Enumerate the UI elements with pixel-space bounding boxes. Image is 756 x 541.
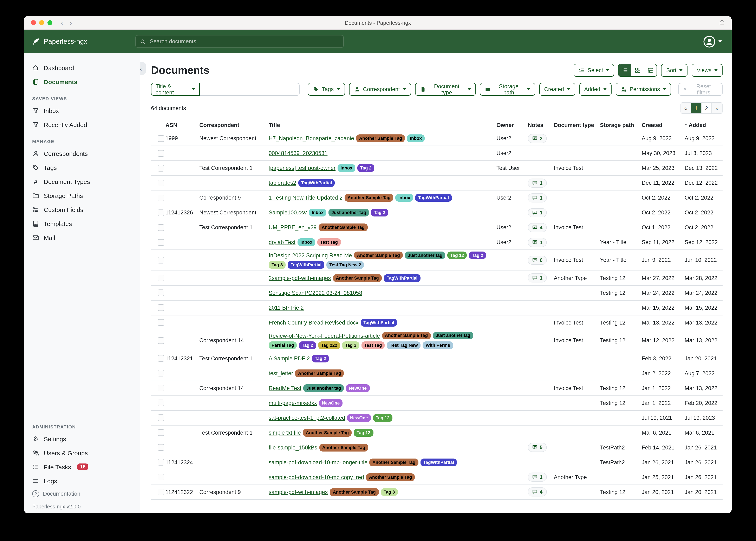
document-link[interactable]: file-sample_150kBs (269, 444, 317, 451)
tag-pill[interactable]: Partial Tag (269, 342, 297, 349)
document-type-cell[interactable]: Invoice Test (554, 257, 600, 263)
document-link[interactable]: sample-pdf-download-10-mb-longer-title (269, 459, 367, 465)
tag-pill[interactable]: Tag 12 (354, 429, 373, 436)
document-link[interactable]: 2011 BP Pie 2 (269, 305, 304, 311)
row-checkbox[interactable] (158, 224, 164, 231)
search-box[interactable] (135, 35, 344, 48)
row-checkbox[interactable] (158, 385, 164, 391)
tag-pill[interactable]: Tag 12 (373, 414, 392, 422)
row-checkbox[interactable] (158, 400, 164, 406)
notes-badge[interactable]: 4 (528, 223, 547, 232)
row-checkbox[interactable] (158, 239, 164, 246)
tag-pill[interactable]: Tag 2 (312, 355, 329, 362)
view-grid-toggle[interactable] (632, 64, 644, 76)
tags-filter-button[interactable]: Tags (308, 83, 345, 96)
header-notes[interactable]: Notes (528, 122, 554, 128)
tag-pill[interactable]: Test Tag New (387, 342, 421, 349)
document-link[interactable]: simple txt file (269, 430, 301, 436)
sidebar-item-inbox[interactable]: Inbox (24, 104, 140, 118)
notes-badge[interactable]: 2 (528, 134, 547, 143)
row-checkbox[interactable] (158, 209, 164, 216)
tag-pill[interactable]: Another Sample Tag (319, 224, 367, 231)
document-type-cell[interactable]: Invoice Test (554, 224, 600, 231)
row-checkbox[interactable] (158, 355, 164, 362)
zoom-window-button[interactable] (47, 20, 52, 25)
document-type-filter-button[interactable]: Document type (415, 83, 476, 96)
tag-pill[interactable]: Tag 12 (447, 252, 467, 259)
tag-pill[interactable]: Tag 2 (469, 252, 486, 259)
tag-pill[interactable]: Inbox (407, 135, 425, 142)
tag-pill[interactable]: NewOne (347, 414, 371, 422)
notes-badge[interactable]: 1 (528, 208, 547, 217)
tag-pill[interactable]: Tag 3 (269, 261, 286, 269)
tag-pill[interactable]: Another Sample Tag (330, 488, 379, 496)
tag-pill[interactable]: With Perms (423, 342, 453, 349)
documentation-link[interactable]: ?Documentation (24, 488, 140, 500)
tag-pill[interactable]: Another Sample Tag (382, 332, 431, 339)
tag-pill[interactable]: TagWithPartial (298, 179, 335, 187)
document-type-cell[interactable]: Invoice Test (554, 319, 600, 326)
storage-path-cell[interactable]: Testing 12 (600, 489, 642, 495)
sidebar-item-users-groups[interactable]: Users & Groups (24, 446, 140, 460)
pagination-page-2[interactable]: 2 (702, 103, 712, 113)
sidebar-item-storage-paths[interactable]: Storage Paths (24, 189, 140, 203)
document-type-cell[interactable]: Invoice Test (554, 385, 600, 391)
tag-pill[interactable]: Another Sample Tag (295, 369, 344, 377)
view-cards-toggle[interactable] (644, 64, 657, 76)
sort-button[interactable]: Sort (661, 64, 688, 77)
storage-path-filter-button[interactable]: Storage path (480, 83, 535, 96)
header-added[interactable]: ↑Added (685, 122, 723, 128)
document-link[interactable]: test_letter (269, 370, 293, 376)
document-link[interactable]: tablerates2 (269, 180, 296, 186)
tag-pill[interactable]: Inbox (298, 239, 315, 246)
share-icon[interactable] (719, 19, 725, 26)
sidebar-collapse-button[interactable]: « (140, 62, 146, 75)
notes-badge[interactable]: 4 (528, 488, 547, 497)
document-link[interactable]: sat-practice-test-1_pt2-collated (269, 415, 345, 421)
header-asn[interactable]: ASN (165, 122, 199, 128)
sidebar-item-file-tasks[interactable]: File Tasks 16 (24, 460, 140, 474)
tag-pill[interactable]: Another Sample Tag (356, 135, 405, 142)
document-type-cell[interactable]: Another Type (554, 474, 600, 480)
document-type-cell[interactable]: Invoice Test (554, 337, 600, 344)
row-checkbox[interactable] (158, 257, 164, 264)
tag-pill[interactable]: Another Sample Tag (333, 274, 382, 282)
views-button[interactable]: Views (692, 64, 723, 77)
notes-badge[interactable]: 5 (528, 443, 547, 452)
document-link[interactable]: A Sample PDF 2 (269, 355, 310, 362)
sidebar-item-settings[interactable]: ⚙ Settings (24, 432, 140, 446)
document-type-cell[interactable]: Invoice Test (554, 165, 600, 171)
row-checkbox[interactable] (158, 474, 164, 481)
correspondent-cell[interactable]: Correspondent 14 (199, 337, 269, 344)
sidebar-item-dashboard[interactable]: Dashboard (24, 61, 140, 75)
storage-path-cell[interactable]: Testing 12 (600, 337, 642, 344)
close-window-button[interactable] (31, 20, 36, 25)
tag-pill[interactable]: Tag 222 (318, 342, 340, 349)
tag-pill[interactable]: Inbox (309, 209, 327, 217)
tag-pill[interactable]: Another Sample Tag (370, 458, 418, 466)
document-link[interactable]: French Country Bread Revised.docx (269, 319, 358, 326)
created-filter-button[interactable]: Created (539, 83, 575, 96)
storage-path-cell[interactable]: Year - Title (600, 257, 642, 263)
tag-pill[interactable]: TagWithPartial (420, 458, 457, 466)
row-checkbox[interactable] (158, 275, 164, 281)
user-menu[interactable] (703, 35, 722, 48)
correspondent-cell[interactable]: Correspondent 14 (199, 385, 269, 391)
correspondent-cell[interactable]: Test Correspondent 1 (199, 165, 269, 171)
tag-pill[interactable]: NewOne (319, 399, 343, 407)
storage-path-cell[interactable]: Testing 12 (600, 275, 642, 281)
header-owner[interactable]: Owner (496, 122, 528, 128)
sidebar-item-recently-added[interactable]: Recently Added (24, 118, 140, 132)
tag-pill[interactable]: Test Tag New 2 (326, 261, 364, 269)
row-checkbox[interactable] (158, 444, 164, 451)
tag-pill[interactable]: Another Sample Tag (354, 252, 403, 259)
header-created[interactable]: Created (642, 122, 685, 128)
tag-pill[interactable]: TagWithPartial (360, 319, 397, 326)
tag-pill[interactable]: Another Sample Tag (366, 473, 415, 481)
document-link[interactable]: H7_Napoleon_Bonaparte_zadanie (269, 135, 354, 142)
tag-pill[interactable]: Tag 2 (357, 164, 374, 172)
tag-pill[interactable]: Inbox (396, 194, 413, 202)
document-link[interactable]: Sample100.csv (269, 210, 307, 216)
row-checkbox[interactable] (158, 319, 164, 326)
tag-pill[interactable]: Tag 2 (299, 342, 316, 349)
